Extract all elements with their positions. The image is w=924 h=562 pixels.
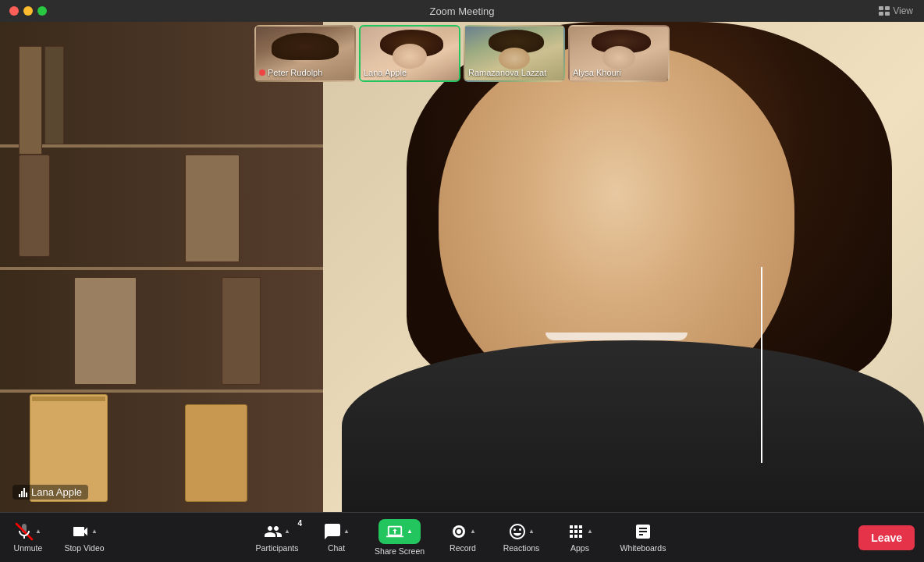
record-icon (450, 522, 468, 541)
thumb-label-alysa: Alysa Khouri (573, 68, 621, 77)
participants-button[interactable]: ▲ 4 Participants (246, 513, 308, 563)
main-speaker-label: Lana Apple (12, 485, 88, 500)
leave-button[interactable]: Leave (858, 525, 915, 550)
unmute-chevron-icon[interactable]: ▲ (35, 528, 41, 535)
box-item-2 (185, 404, 247, 503)
svg-rect-3 (885, 12, 890, 16)
shelf-item (222, 277, 261, 385)
window-title: Zoom Meeting (429, 5, 494, 17)
toolbar-right-group: Leave (858, 525, 915, 550)
unmute-label: Unmute (14, 543, 43, 553)
apps-label: Apps (570, 543, 589, 553)
video-icon-area: ▲ (71, 522, 98, 541)
thumb-name-lana: Lana Apple (364, 68, 407, 77)
shelf-item (74, 277, 137, 385)
participant-thumb-ramazanova[interactable]: Ramazanova Lazzat (464, 25, 565, 82)
record-button[interactable]: ▲ Record (435, 513, 491, 563)
close-button[interactable] (9, 6, 19, 16)
shelf-item (185, 155, 240, 262)
smile (546, 333, 688, 340)
stop-video-button[interactable]: ▲ Stop Video (56, 513, 112, 563)
svg-rect-0 (879, 6, 883, 10)
apps-icon-area: ▲ (567, 522, 593, 541)
apps-chevron-icon[interactable]: ▲ (587, 528, 593, 535)
record-icon-area: ▲ (450, 522, 476, 541)
clothing (342, 340, 924, 512)
participant-thumb-lana[interactable]: Lana Apple (359, 25, 460, 82)
thumb-label-lana: Lana Apple (364, 68, 407, 77)
thumb-name-ramazanova: Ramazanova Lazzat (468, 68, 546, 77)
participant-thumb-alysa[interactable]: Alysa Khouri (568, 25, 670, 82)
participants-icon (264, 522, 283, 541)
svg-rect-2 (879, 12, 883, 16)
participants-chevron-icon[interactable]: ▲ (284, 528, 290, 535)
earphone-cord (761, 267, 762, 463)
thumb-name-peter: Peter Rudolph (268, 68, 322, 77)
main-video: Lana Apple (0, 22, 924, 512)
share-screen-icon (386, 523, 403, 540)
participants-icon-area: ▲ (264, 522, 290, 541)
app-body: 🛡 Peter Rudolph Lana Apple (0, 22, 924, 562)
reactions-label: Reactions (503, 543, 540, 553)
shelf-item (44, 46, 64, 144)
apps-button[interactable]: ▲ Apps (552, 513, 608, 563)
whiteboards-button[interactable]: Whiteboards (608, 513, 678, 563)
reactions-button[interactable]: ▲ Reactions (491, 513, 552, 563)
chat-chevron-icon[interactable]: ▲ (343, 528, 350, 535)
chat-label: Chat (328, 543, 345, 553)
share-screen-button[interactable]: ▲ Share Screen (364, 513, 435, 563)
toolbar-center-group: ▲ 4 Participants ▲ Chat (246, 513, 678, 563)
main-person (277, 22, 924, 512)
reactions-icon (508, 522, 527, 541)
share-screen-chevron-icon[interactable]: ▲ (407, 528, 413, 535)
participant-thumb-peter[interactable]: Peter Rudolph (254, 25, 356, 82)
chat-icon-area: ▲ (323, 522, 350, 541)
view-button[interactable]: View (879, 5, 913, 16)
mic-off-icon (15, 522, 34, 541)
thumb-label-peter: Peter Rudolph (259, 68, 322, 77)
audio-bars-icon (19, 488, 27, 497)
main-speaker-name: Lana Apple (31, 486, 82, 498)
video-icon (71, 522, 90, 541)
share-screen-label: Share Screen (375, 546, 425, 556)
mic-muted-icon (259, 69, 265, 76)
video-chevron-icon[interactable]: ▲ (91, 528, 98, 535)
minimize-button[interactable] (23, 6, 33, 16)
chat-icon (323, 522, 342, 541)
whiteboards-label: Whiteboards (620, 543, 666, 553)
share-screen-icon-bg: ▲ (378, 519, 421, 544)
record-label: Record (450, 543, 476, 553)
toolbar-left-group: ▲ Unmute ▲ Stop Video (0, 513, 112, 563)
view-label: View (893, 5, 913, 16)
whiteboards-icon-area (634, 522, 652, 541)
chat-button[interactable]: ▲ Chat (308, 513, 364, 563)
svg-point-6 (457, 529, 461, 534)
unmute-button[interactable]: ▲ Unmute (0, 513, 56, 563)
record-chevron-icon[interactable]: ▲ (470, 528, 476, 535)
toolbar: ▲ Unmute ▲ Stop Video (0, 512, 924, 562)
shelf-item (19, 155, 50, 258)
reactions-icon-area: ▲ (508, 522, 535, 541)
participants-count-badge: 4 (297, 519, 302, 528)
thumbnail-strip: Peter Rudolph Lana Apple Ramazanova Lazz… (254, 25, 670, 82)
share-screen-icon-area: ▲ (378, 519, 421, 544)
whiteboards-icon (634, 522, 652, 541)
svg-rect-1 (885, 6, 890, 10)
shelf-item (19, 46, 42, 154)
maximize-button[interactable] (37, 6, 47, 16)
thumb-name-alysa: Alysa Khouri (573, 68, 621, 77)
titlebar: Zoom Meeting View (0, 0, 924, 22)
unmute-icon-area: ▲ (15, 522, 41, 541)
apps-icon (567, 522, 585, 541)
stop-video-label: Stop Video (64, 543, 104, 553)
participants-label: Participants (256, 543, 299, 553)
window-controls (9, 6, 47, 16)
thumb-label-ramazanova: Ramazanova Lazzat (468, 68, 546, 77)
reactions-chevron-icon[interactable]: ▲ (528, 528, 535, 535)
